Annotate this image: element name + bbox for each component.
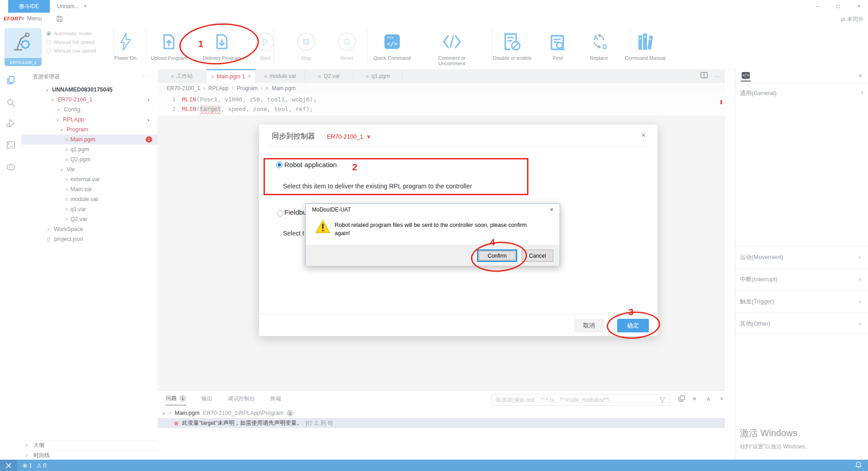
quick-command-button[interactable]: </> Quick Command bbox=[365, 28, 419, 67]
code-line: 1 MLIN(Posc1, v1000, z50, tool1, wobj0); bbox=[158, 95, 317, 104]
tree-item[interactable]: ≡ Q2.pgm bbox=[22, 154, 158, 164]
quick-command-icon: </> bbox=[365, 28, 419, 55]
maximize-button[interactable]: □ bbox=[829, 0, 847, 13]
robot-name-label: ER70-2100_1 bbox=[5, 58, 42, 66]
panel-tab[interactable]: 调试控制台 bbox=[228, 394, 255, 405]
tree-item[interactable]: {} .project.json bbox=[22, 234, 158, 244]
terminal-icon[interactable] bbox=[5, 139, 16, 150]
split-editor-icon[interactable] bbox=[700, 72, 708, 80]
problems-summary[interactable]: ⊗1 ⚠0 bbox=[23, 460, 46, 471]
tree-item[interactable]: ∨ ER70-2100_1 ● bbox=[22, 95, 158, 105]
editor-tab[interactable]: ≡ q1.pgm bbox=[354, 69, 403, 83]
remote-indicator[interactable] bbox=[0, 460, 17, 471]
comment-uncomment-button[interactable]: Comment or Uncomment bbox=[425, 28, 479, 67]
view-as-list-icon[interactable]: ≡ bbox=[693, 395, 696, 402]
main-menu-button[interactable]: ≡ Menu bbox=[21, 15, 42, 22]
tree-item[interactable]: ≡ Main.pgm 1 bbox=[22, 135, 158, 144]
tree-item[interactable]: ∨ UNNAMED0830175045 bbox=[22, 85, 158, 95]
save-icon[interactable] bbox=[56, 15, 63, 24]
warning-icon bbox=[315, 219, 331, 234]
cancel-button[interactable]: 取消 bbox=[574, 319, 604, 332]
editor-tab[interactable]: ≡ Q2.var bbox=[305, 69, 354, 83]
command-window-icon[interactable]: </> bbox=[742, 72, 750, 79]
radio-icon bbox=[46, 40, 51, 45]
chevron-icon: ∨ bbox=[60, 167, 64, 172]
chevron-right-icon: > bbox=[858, 321, 861, 327]
close-icon[interactable]: × bbox=[550, 206, 553, 213]
count-badge: 1 bbox=[287, 410, 293, 417]
filter-input[interactable] bbox=[491, 394, 671, 406]
chevron-right-icon: > bbox=[858, 277, 861, 282]
file-icon: ≡ bbox=[65, 137, 68, 142]
editor-tab[interactable]: ≡ Main.pgm 1 × bbox=[206, 69, 256, 83]
tree-item[interactable]: ∨ Program bbox=[22, 125, 158, 135]
timeline-section[interactable]: > 时间线 bbox=[22, 450, 158, 460]
status-bar: ⊗1 ⚠0 bbox=[0, 460, 868, 471]
toolbar: ER70-2100_1 Automatic modeManual full sp… bbox=[0, 25, 868, 70]
minimize-button[interactable]: – bbox=[808, 0, 826, 13]
controller-dropdown[interactable]: ER70-2100_1 ∨ bbox=[327, 133, 370, 140]
close-panel-icon[interactable]: × bbox=[720, 395, 724, 402]
breadcrumb-sep-icon: › bbox=[261, 85, 263, 91]
file-icon: ≡ bbox=[366, 73, 369, 79]
robot-selector[interactable]: ER70-2100_1 bbox=[5, 28, 42, 66]
outline-section[interactable]: > 大纲 bbox=[22, 440, 158, 450]
open-editors-icon[interactable] bbox=[678, 395, 685, 403]
close-icon[interactable]: × bbox=[641, 131, 646, 140]
command-section[interactable]: 运动(Movement) > bbox=[735, 246, 868, 268]
chevron-down-icon[interactable]: ∨ bbox=[162, 411, 165, 416]
problem-error-row[interactable]: ⊗ 此变量"target"未声明，如需使用请先声明变量。 [行 2, 列 6] bbox=[158, 418, 725, 428]
editor-tab[interactable]: ≡ 工作站 bbox=[158, 69, 206, 83]
command-manual-button[interactable]: Command Manual bbox=[618, 28, 672, 67]
command-section[interactable]: 触发(Trigger) > bbox=[735, 290, 868, 312]
more-icon[interactable]: ··· bbox=[142, 72, 149, 79]
tree-item[interactable]: ∨ RPLApp ● bbox=[22, 115, 158, 125]
panel-tab[interactable]: 终端 bbox=[270, 394, 281, 405]
search-icon[interactable] bbox=[5, 97, 16, 108]
problem-group-row[interactable]: ∨ ≡ Main.pgm ER70-2100_1\RPLApp\Program … bbox=[158, 408, 725, 418]
file-icon: ≡ bbox=[65, 216, 68, 222]
section-general[interactable]: 通用(General) ∨ bbox=[740, 89, 864, 97]
mode-radio[interactable]: Manual low speed bbox=[46, 48, 96, 53]
overview-error-marker bbox=[720, 100, 722, 104]
breadcrumb[interactable]: ER70-2100_1› RPLApp› Program› ≡ Main.pgm bbox=[158, 83, 725, 94]
tree-item[interactable]: > Config bbox=[22, 105, 158, 115]
collapsed-sections: 运动(Movement) > 中断(Interrupt) > 触发(Trigge… bbox=[735, 246, 868, 335]
fieldbus-label[interactable]: Fieldbu bbox=[284, 208, 307, 216]
panel-tab[interactable]: 输出 bbox=[201, 394, 212, 405]
tree-item[interactable]: ≡ module.var bbox=[22, 194, 158, 204]
close-icon[interactable]: × bbox=[248, 73, 251, 80]
mode-radio[interactable]: Manual full speed bbox=[46, 39, 96, 45]
tree-item[interactable]: ≡ Main.var bbox=[22, 184, 158, 194]
fieldbus-radio[interactable] bbox=[277, 210, 283, 216]
tree-item[interactable]: ≡ external.var bbox=[22, 174, 158, 184]
debug-icon[interactable] bbox=[5, 118, 16, 129]
mode-radio[interactable]: Automatic mode bbox=[46, 31, 96, 36]
close-icon[interactable]: × bbox=[858, 72, 862, 79]
panel-tab[interactable]: 问题 1 bbox=[166, 394, 186, 405]
robot-build-icon[interactable] bbox=[5, 161, 16, 172]
editor-tab[interactable]: ≡ module.var bbox=[256, 69, 305, 83]
file-icon: ≡ bbox=[65, 177, 68, 182]
more-icon[interactable]: ··· bbox=[714, 73, 721, 80]
tree-item[interactable]: > WorkSpace bbox=[22, 224, 158, 234]
command-section[interactable]: 中断(Interrupt) > bbox=[735, 268, 868, 290]
tab-bar-actions: ··· bbox=[700, 69, 721, 83]
tree-item[interactable]: ≡ q1.var bbox=[22, 204, 158, 214]
collapse-panel-icon[interactable]: ∧ bbox=[706, 395, 711, 402]
explorer-icon[interactable] bbox=[5, 75, 16, 86]
tree-item[interactable]: ∨ Var bbox=[22, 164, 158, 174]
bell-icon[interactable] bbox=[855, 461, 862, 470]
tree-item[interactable]: ≡ q1.pgm bbox=[22, 144, 158, 154]
close-icon[interactable]: × bbox=[84, 3, 87, 10]
tree-item[interactable]: ≡ Q2.var bbox=[22, 214, 158, 224]
command-panel-header: </> × bbox=[735, 69, 868, 83]
annotation-number-1: 1 bbox=[198, 39, 203, 49]
app-tab[interactable]: 墨斗IDE bbox=[8, 0, 50, 13]
window-close-button[interactable]: × bbox=[850, 0, 868, 13]
file-icon: ≡ bbox=[65, 147, 68, 152]
active-tab-underline bbox=[741, 81, 751, 82]
code-area[interactable]: 1 MLIN(Posc1, v1000, z50, tool1, wobj0);… bbox=[158, 94, 725, 115]
document-tab[interactable]: Unnam... × bbox=[57, 0, 87, 13]
command-section[interactable]: 其他(Other) > bbox=[735, 312, 868, 335]
